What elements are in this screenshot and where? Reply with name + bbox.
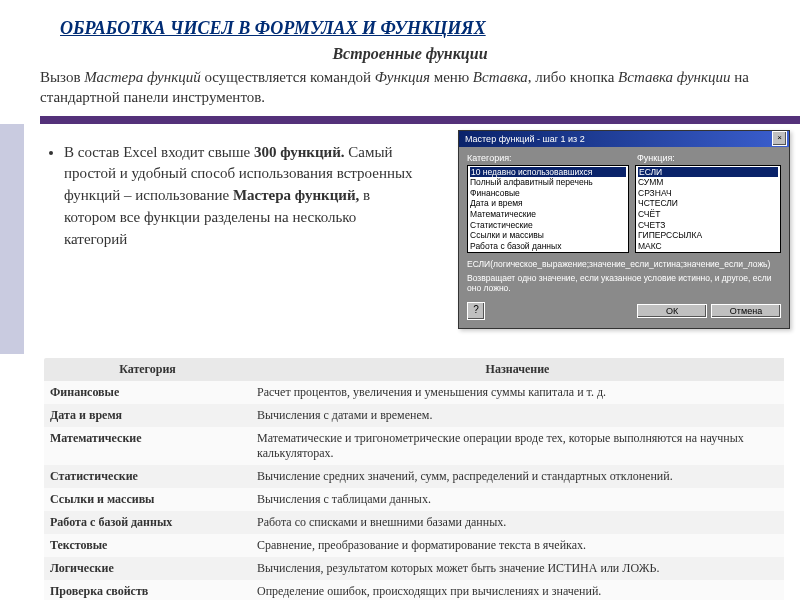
close-icon[interactable]: × bbox=[772, 131, 787, 146]
list-item[interactable]: Дата и время bbox=[470, 198, 626, 209]
table-row: Дата и времяВычисления с датами и времен… bbox=[44, 404, 784, 427]
categories-table: Категория Назначение ФинансовыеРасчет пр… bbox=[44, 358, 784, 601]
list-item[interactable]: SIN bbox=[638, 252, 778, 253]
table-row: СтатистическиеВычисление средних значени… bbox=[44, 465, 784, 488]
category-label: Категория: bbox=[467, 153, 637, 163]
list-item[interactable]: Работа с базой данных bbox=[470, 241, 626, 252]
list-item[interactable]: СУММ bbox=[638, 177, 778, 188]
side-accent bbox=[0, 124, 24, 354]
table-row: Проверка свойствОпределение ошибок, прои… bbox=[44, 580, 784, 601]
category-listbox[interactable]: 10 недавно использовавшихся Полный алфав… bbox=[467, 165, 629, 253]
table-row: МатематическиеМатематические и тригономе… bbox=[44, 427, 784, 465]
list-item[interactable]: Текстовые bbox=[470, 252, 626, 253]
wizard-description: Возвращает одно значение, если указанное… bbox=[467, 273, 781, 294]
table-header-row: Категория Назначение bbox=[44, 358, 784, 381]
list-item[interactable]: Финансовые bbox=[470, 188, 626, 199]
page-subtitle: Встроенные функции bbox=[60, 45, 760, 63]
table-row: Работа с базой данныхРабота со списками … bbox=[44, 511, 784, 534]
page-title: ОБРАБОТКА ЧИСЕЛ В ФОРМУЛАХ И ФУНКЦИЯХ bbox=[60, 18, 760, 39]
col-description: Назначение bbox=[251, 358, 784, 381]
list-item[interactable]: ЧСТЕСЛИ bbox=[638, 198, 778, 209]
list-item[interactable]: МАКС bbox=[638, 241, 778, 252]
help-icon[interactable]: ? bbox=[467, 302, 485, 320]
wizard-title: Мастер функций - шаг 1 из 2 bbox=[465, 134, 585, 144]
wizard-syntax: ЕСЛИ(логическое_выражение;значение_если_… bbox=[467, 259, 781, 269]
function-label: Функция: bbox=[637, 153, 675, 163]
table-row: ФинансовыеРасчет процентов, увеличения и… bbox=[44, 381, 784, 404]
ok-button[interactable]: ОК bbox=[637, 304, 707, 318]
table-row: Ссылки и массивыВычисления с таблицами д… bbox=[44, 488, 784, 511]
bullet-paragraph: В состав Excel входит свыше 300 функций.… bbox=[44, 124, 414, 251]
list-item[interactable]: СРЗНАЧ bbox=[638, 188, 778, 199]
col-category: Категория bbox=[44, 358, 251, 381]
list-item[interactable]: Статистические bbox=[470, 220, 626, 231]
intro-text: Вызов Мастера функций осуществляется ком… bbox=[0, 67, 800, 116]
wizard-titlebar: Мастер функций - шаг 1 из 2 × bbox=[459, 131, 789, 147]
list-item[interactable]: Математические bbox=[470, 209, 626, 220]
list-item[interactable]: ЕСЛИ bbox=[638, 167, 778, 178]
list-item[interactable]: СЧЁТ bbox=[638, 209, 778, 220]
list-item[interactable]: 10 недавно использовавшихся bbox=[470, 167, 626, 178]
list-item[interactable]: ГИПЕРССЫЛКА bbox=[638, 230, 778, 241]
list-item[interactable]: СЧЕТЗ bbox=[638, 220, 778, 231]
cancel-button[interactable]: Отмена bbox=[711, 304, 781, 318]
table-row: ЛогическиеВычисления, результатом которы… bbox=[44, 557, 784, 580]
divider-bar bbox=[0, 116, 800, 124]
list-item[interactable]: Ссылки и массивы bbox=[470, 230, 626, 241]
table-row: ТекстовыеСравнение, преобразование и фор… bbox=[44, 534, 784, 557]
function-listbox[interactable]: ЕСЛИ СУММ СРЗНАЧ ЧСТЕСЛИ СЧЁТ СЧЕТЗ ГИПЕ… bbox=[635, 165, 781, 253]
function-wizard-dialog: Мастер функций - шаг 1 из 2 × Категория:… bbox=[458, 130, 790, 329]
list-item[interactable]: Полный алфавитный перечень bbox=[470, 177, 626, 188]
